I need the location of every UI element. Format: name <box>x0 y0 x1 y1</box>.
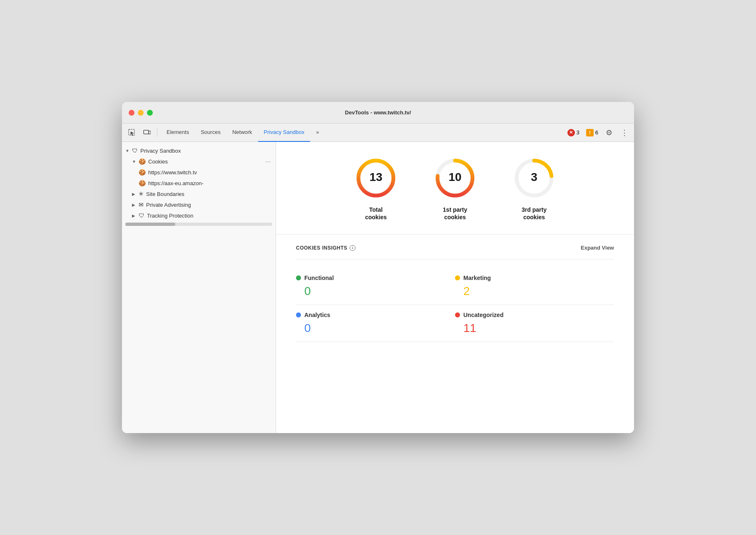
tab-elements[interactable]: Elements <box>161 124 195 142</box>
stat-first-party: 10 1st partycookies <box>432 155 478 221</box>
uncategorized-dot <box>455 312 460 317</box>
expand-arrow-icon: ▼ <box>132 159 137 164</box>
svg-text:13: 13 <box>369 171 382 183</box>
warning-count: 6 <box>595 129 598 136</box>
sidebar-item-privacy-sandbox[interactable]: ▼ 🛡 Privacy Sandbox <box>122 145 276 156</box>
private-advertising-icon: ✉ <box>139 201 144 208</box>
tab-more[interactable]: » <box>310 124 325 142</box>
insight-uncategorized: Uncategorized 11 <box>455 305 614 342</box>
marketing-dot <box>455 275 460 280</box>
stats-section: 13 Totalcookies <box>276 142 634 235</box>
tab-sources[interactable]: Sources <box>195 124 226 142</box>
sidebar-item-amazon[interactable]: 🍪 https://aax-eu.amazon- <box>122 178 276 188</box>
tracking-protection-icon: 🛡 <box>139 212 144 219</box>
first-party-chart: 10 <box>432 155 478 201</box>
sidebar-item-site-boundaries[interactable]: ▶ ✳ Site Boundaries <box>122 188 276 199</box>
toolbar-tabs: Elements Sources Network Privacy Sandbox… <box>161 124 564 142</box>
third-party-label: 3rd partycookies <box>522 206 547 221</box>
sidebar-item-label: https://www.twitch.tv <box>148 169 197 176</box>
insight-analytics: Analytics 0 <box>296 305 455 342</box>
insights-title: COOKIES INSIGHTS i <box>296 245 356 251</box>
stat-third-party: 3 3rd partycookies <box>511 155 557 221</box>
window-title: DevTools - www.twitch.tv/ <box>345 109 411 116</box>
select-all-icon[interactable]: ⋯ <box>265 159 271 165</box>
tab-privacy-sandbox[interactable]: Privacy Sandbox <box>258 124 311 142</box>
sidebar-item-tracking-protection[interactable]: ▶ 🛡 Tracking Protection <box>122 210 276 221</box>
insights-section: COOKIES INSIGHTS i Expand View Functiona… <box>276 235 634 352</box>
sidebar-item-label: Site Boundaries <box>146 191 184 197</box>
insight-uncategorized-header: Uncategorized <box>455 312 614 318</box>
stat-total-cookies: 13 Totalcookies <box>353 155 399 221</box>
insights-title-text: COOKIES INSIGHTS <box>296 245 347 251</box>
sidebar-scrollbar[interactable] <box>125 223 272 226</box>
titlebar: DevTools - www.twitch.tv/ <box>122 102 634 124</box>
functional-dot <box>296 275 301 280</box>
cookie-small-icon: 🍪 <box>139 169 146 176</box>
analytics-name: Analytics <box>304 312 330 318</box>
site-boundaries-icon: ✳ <box>139 191 144 197</box>
svg-marker-1 <box>130 131 134 136</box>
insight-functional: Functional 0 <box>296 268 455 305</box>
uncategorized-count: 11 <box>455 322 614 335</box>
more-options-icon[interactable]: ⋮ <box>618 126 631 139</box>
first-party-label: 1st partycookies <box>443 206 467 221</box>
collapsed-arrow-icon: ▶ <box>132 192 137 196</box>
window-controls <box>129 110 153 116</box>
svg-rect-2 <box>144 130 149 134</box>
insight-marketing-header: Marketing <box>455 275 614 281</box>
privacy-sandbox-icon: 🛡 <box>132 147 138 154</box>
sidebar-item-label: Private Advertising <box>146 202 191 208</box>
cursor-icon <box>128 129 136 136</box>
expand-view-button[interactable]: Expand View <box>581 245 614 251</box>
sidebar-item-label: Tracking Protection <box>147 213 194 219</box>
sidebar: ▼ 🛡 Privacy Sandbox ▼ 🍪 Cookies ⋯ 🍪 http… <box>122 142 276 433</box>
cookie-small-icon: 🍪 <box>139 180 146 186</box>
sidebar-item-twitch[interactable]: 🍪 https://www.twitch.tv <box>122 167 276 178</box>
inspect-element-button[interactable] <box>125 126 139 139</box>
insights-divider <box>296 259 614 260</box>
settings-icon[interactable]: ⚙ <box>603 126 615 139</box>
warning-badge-button[interactable]: ! 6 <box>584 128 600 137</box>
collapsed-arrow-icon: ▶ <box>132 213 137 218</box>
maximize-button[interactable] <box>147 110 153 116</box>
warning-icon: ! <box>586 129 594 136</box>
sidebar-item-label: Cookies <box>148 159 168 165</box>
marketing-count: 2 <box>455 285 614 298</box>
error-badge-button[interactable]: ✕ 3 <box>566 128 581 137</box>
close-button[interactable] <box>129 110 134 116</box>
toolbar: Elements Sources Network Privacy Sandbox… <box>122 124 634 142</box>
insight-functional-header: Functional <box>296 275 438 281</box>
functional-count: 0 <box>296 285 438 298</box>
third-party-chart: 3 <box>511 155 557 201</box>
error-icon: ✕ <box>567 129 575 136</box>
svg-text:3: 3 <box>531 171 537 183</box>
minimize-button[interactable] <box>138 110 144 116</box>
insights-grid: Functional 0 Marketing 2 <box>296 268 614 342</box>
analytics-dot <box>296 312 301 317</box>
uncategorized-name: Uncategorized <box>463 312 503 318</box>
sidebar-item-label: Privacy Sandbox <box>140 148 181 154</box>
sidebar-item-cookies[interactable]: ▼ 🍪 Cookies ⋯ <box>122 156 276 167</box>
insight-analytics-header: Analytics <box>296 312 438 318</box>
device-toggle-button[interactable] <box>140 126 154 139</box>
info-icon[interactable]: i <box>350 245 356 251</box>
toolbar-right: ✕ 3 ! 6 ⚙ ⋮ <box>566 126 631 139</box>
insights-header: COOKIES INSIGHTS i Expand View <box>296 245 614 251</box>
toolbar-separator <box>157 129 157 137</box>
devtools-window: DevTools - www.twitch.tv/ Elements Sourc… <box>122 102 634 433</box>
device-icon <box>143 129 151 136</box>
sidebar-item-label: https://aax-eu.amazon- <box>148 180 204 186</box>
marketing-name: Marketing <box>463 275 491 281</box>
functional-name: Functional <box>304 275 334 281</box>
svg-text:10: 10 <box>448 171 461 183</box>
tab-network[interactable]: Network <box>226 124 258 142</box>
total-cookies-chart: 13 <box>353 155 399 201</box>
analytics-count: 0 <box>296 322 438 335</box>
svg-rect-3 <box>149 131 151 134</box>
cookie-icon: 🍪 <box>139 158 146 165</box>
content-area: 13 Totalcookies <box>276 142 634 433</box>
expand-arrow-icon: ▼ <box>125 149 130 153</box>
sidebar-item-private-advertising[interactable]: ▶ ✉ Private Advertising <box>122 199 276 210</box>
main-layout: ▼ 🛡 Privacy Sandbox ▼ 🍪 Cookies ⋯ 🍪 http… <box>122 142 634 433</box>
sidebar-scrollbar-thumb <box>125 223 175 226</box>
